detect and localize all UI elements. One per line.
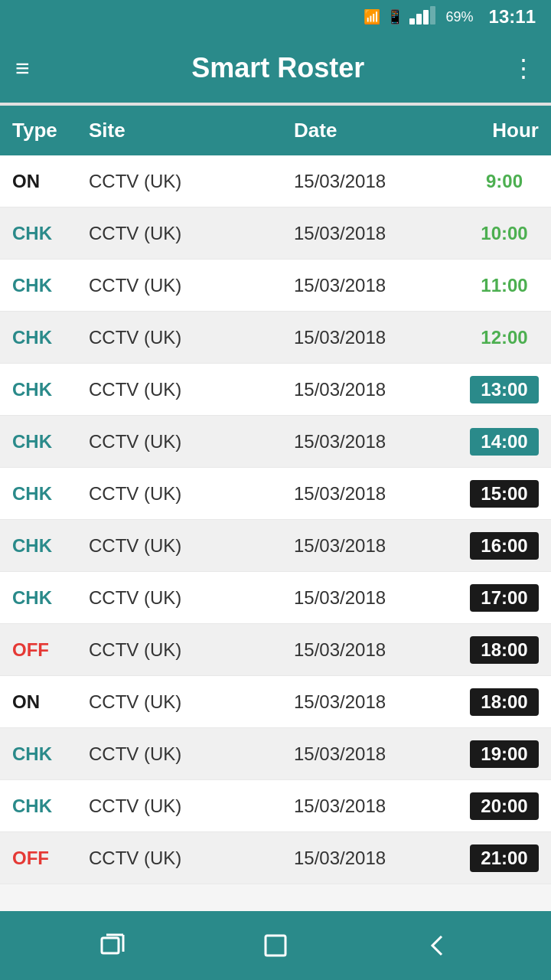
- cell-site: CCTV (UK): [89, 639, 294, 661]
- table-body: ON CCTV (UK) 15/03/2018 9:00 CHK CCTV (U…: [0, 155, 551, 911]
- bottom-nav: [0, 911, 551, 980]
- table-row[interactable]: OFF CCTV (UK) 15/03/2018 21:00: [0, 832, 551, 884]
- table-row[interactable]: CHK CCTV (UK) 15/03/2018 17:00: [0, 572, 551, 624]
- recent-apps-button[interactable]: [91, 924, 134, 967]
- cell-date: 15/03/2018: [294, 691, 447, 713]
- cell-date: 15/03/2018: [294, 639, 447, 661]
- status-icons: 📶 📱 69%: [364, 6, 474, 28]
- table-row[interactable]: CHK CCTV (UK) 15/03/2018 10:00: [0, 207, 551, 260]
- cell-type: CHK: [12, 379, 89, 400]
- table-row[interactable]: CHK CCTV (UK) 15/03/2018 13:00: [0, 364, 551, 416]
- signal-icon: [409, 6, 440, 28]
- cell-date: 15/03/2018: [294, 483, 447, 505]
- cell-hour: 9:00: [447, 168, 539, 195]
- hour-badge: 18:00: [470, 636, 539, 664]
- table-row[interactable]: CHK CCTV (UK) 15/03/2018 12:00: [0, 312, 551, 364]
- cell-type: CHK: [12, 483, 89, 505]
- sim-icon: 📱: [386, 8, 403, 25]
- cell-date: 15/03/2018: [294, 743, 447, 765]
- hour-badge: 12:00: [470, 324, 539, 351]
- cell-hour: 19:00: [447, 740, 539, 768]
- cell-hour: 10:00: [447, 220, 539, 247]
- hour-badge: 10:00: [470, 220, 539, 247]
- cell-site: CCTV (UK): [89, 171, 294, 192]
- clock: 13:11: [489, 6, 536, 28]
- cell-type: CHK: [12, 275, 89, 296]
- cell-hour: 15:00: [447, 480, 539, 508]
- hamburger-menu-icon[interactable]: ≡: [15, 56, 30, 80]
- cell-type: ON: [12, 171, 89, 192]
- cell-type: ON: [12, 691, 89, 713]
- table-row[interactable]: CHK CCTV (UK) 15/03/2018 11:00: [0, 260, 551, 312]
- cell-site: CCTV (UK): [89, 223, 294, 244]
- hour-badge: 20:00: [470, 792, 539, 820]
- cell-type: OFF: [12, 639, 89, 661]
- cell-date: 15/03/2018: [294, 275, 447, 296]
- hour-badge: 17:00: [470, 584, 539, 612]
- cell-hour: 11:00: [447, 272, 539, 299]
- hour-badge: 11:00: [470, 272, 539, 299]
- cell-site: CCTV (UK): [89, 691, 294, 713]
- table-row[interactable]: ON CCTV (UK) 15/03/2018 9:00: [0, 155, 551, 207]
- cell-date: 15/03/2018: [294, 535, 447, 557]
- cell-site: CCTV (UK): [89, 795, 294, 817]
- app-bar: ≡ Smart Roster ⋮: [0, 34, 551, 103]
- cell-type: CHK: [12, 743, 89, 765]
- svg-rect-1: [416, 14, 422, 24]
- hour-badge: 14:00: [470, 428, 539, 456]
- table-row[interactable]: OFF CCTV (UK) 15/03/2018 18:00: [0, 624, 551, 676]
- hour-badge: 9:00: [470, 168, 539, 195]
- table-row[interactable]: CHK CCTV (UK) 15/03/2018 16:00: [0, 520, 551, 572]
- back-button[interactable]: [417, 924, 460, 967]
- cell-hour: 16:00: [447, 532, 539, 560]
- cell-date: 15/03/2018: [294, 327, 447, 348]
- col-header-date: Date: [294, 119, 447, 142]
- status-bar: 📶 📱 69% 13:11: [0, 0, 551, 34]
- hour-badge: 19:00: [470, 740, 539, 768]
- cell-hour: 13:00: [447, 376, 539, 403]
- table-row[interactable]: CHK CCTV (UK) 15/03/2018 19:00: [0, 728, 551, 780]
- svg-rect-2: [423, 10, 429, 24]
- main-container: Type Site Date Hour ON CCTV (UK) 15/03/2…: [0, 106, 551, 911]
- cell-hour: 12:00: [447, 324, 539, 351]
- cell-date: 15/03/2018: [294, 431, 447, 452]
- overflow-menu-icon[interactable]: ⋮: [511, 54, 536, 83]
- cell-type: OFF: [12, 848, 89, 869]
- svg-rect-3: [430, 6, 435, 24]
- cell-type: CHK: [12, 587, 89, 609]
- hour-badge: 16:00: [470, 532, 539, 560]
- home-button[interactable]: [254, 924, 297, 967]
- table-row[interactable]: CHK CCTV (UK) 15/03/2018 20:00: [0, 780, 551, 832]
- cell-site: CCTV (UK): [89, 483, 294, 505]
- app-title: Smart Roster: [45, 52, 511, 84]
- cell-type: CHK: [12, 327, 89, 348]
- bluetooth-icon: 📶: [364, 8, 380, 25]
- cell-hour: 17:00: [447, 584, 539, 612]
- table-row[interactable]: CHK CCTV (UK) 15/03/2018 15:00: [0, 468, 551, 520]
- cell-hour: 18:00: [447, 688, 539, 716]
- cell-type: CHK: [12, 431, 89, 452]
- svg-rect-0: [409, 18, 415, 24]
- cell-site: CCTV (UK): [89, 379, 294, 400]
- cell-type: CHK: [12, 795, 89, 817]
- table-row[interactable]: ON CCTV (UK) 15/03/2018 18:00: [0, 676, 551, 728]
- table-header: Type Site Date Hour: [0, 106, 551, 155]
- battery-text: 69%: [446, 9, 474, 25]
- hour-badge: 13:00: [470, 376, 539, 403]
- cell-hour: 20:00: [447, 792, 539, 820]
- col-header-site: Site: [89, 119, 294, 142]
- svg-rect-4: [102, 938, 119, 953]
- table-row[interactable]: CHK CCTV (UK) 15/03/2018 14:00: [0, 416, 551, 468]
- cell-date: 15/03/2018: [294, 171, 447, 192]
- cell-date: 15/03/2018: [294, 379, 447, 400]
- cell-hour: 14:00: [447, 428, 539, 456]
- cell-site: CCTV (UK): [89, 431, 294, 452]
- svg-rect-7: [266, 936, 285, 956]
- col-header-hour: Hour: [447, 119, 539, 142]
- cell-hour: 18:00: [447, 636, 539, 664]
- cell-site: CCTV (UK): [89, 743, 294, 765]
- cell-date: 15/03/2018: [294, 795, 447, 817]
- cell-date: 15/03/2018: [294, 223, 447, 244]
- cell-site: CCTV (UK): [89, 275, 294, 296]
- hour-badge: 15:00: [470, 480, 539, 508]
